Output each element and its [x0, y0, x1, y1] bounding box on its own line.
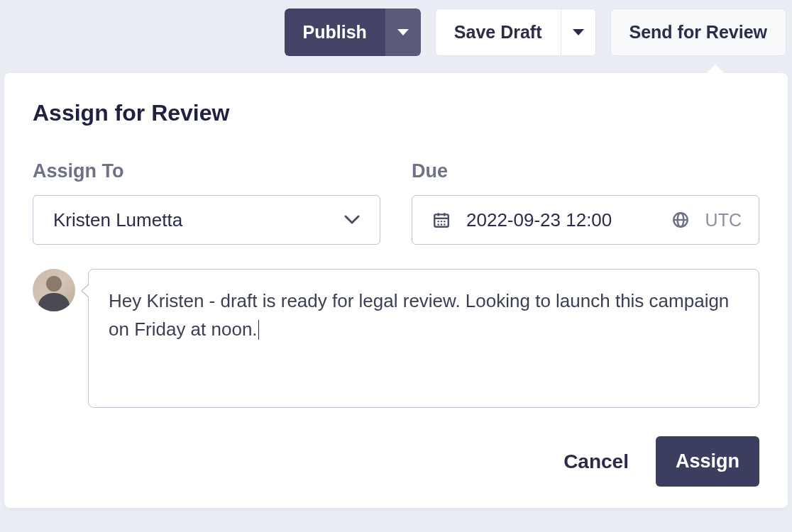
svg-point-8 [441, 223, 442, 225]
assign-button[interactable]: Assign [656, 436, 759, 487]
toolbar: Publish Save Draft Send for Review [0, 0, 792, 56]
avatar [33, 269, 75, 311]
globe-icon [671, 211, 690, 229]
panel-title: Assign for Review [33, 100, 759, 126]
save-draft-dropdown-button[interactable] [561, 9, 596, 56]
save-draft-group: Save Draft [435, 9, 596, 56]
svg-point-5 [441, 221, 442, 222]
chevron-down-icon [344, 215, 360, 225]
assign-to-label: Assign To [33, 160, 380, 182]
due-value: 2022-09-23 12:00 [466, 209, 656, 231]
send-for-review-button[interactable]: Send for Review [610, 9, 787, 56]
svg-point-4 [437, 221, 439, 222]
svg-point-6 [444, 221, 445, 222]
assign-review-panel: Assign for Review Assign To Kristen Lume… [4, 73, 788, 508]
calendar-icon [432, 211, 451, 229]
assign-to-group: Assign To Kristen Lumetta [33, 160, 380, 245]
due-input[interactable]: 2022-09-23 12:00 UTC [412, 195, 759, 245]
assign-to-value: Kristen Lumetta [53, 209, 344, 231]
svg-point-7 [437, 223, 439, 225]
due-group: Due 2022-09-23 12:00 [412, 160, 759, 245]
caret-down-icon [397, 29, 409, 35]
panel-footer: Cancel Assign [33, 436, 759, 487]
timezone-label: UTC [705, 210, 742, 231]
publish-button[interactable]: Publish [285, 9, 385, 56]
comment-text: Hey Kristen - draft is ready for legal r… [109, 290, 729, 340]
text-cursor [258, 320, 260, 340]
publish-dropdown-button[interactable] [385, 9, 421, 56]
form-row: Assign To Kristen Lumetta Due [33, 160, 759, 245]
due-label: Due [412, 160, 759, 182]
caret-down-icon [573, 29, 584, 35]
comment-row: Hey Kristen - draft is ready for legal r… [33, 269, 759, 408]
assign-to-select[interactable]: Kristen Lumetta [33, 195, 380, 245]
comment-input[interactable]: Hey Kristen - draft is ready for legal r… [88, 269, 759, 408]
publish-group: Publish [285, 9, 421, 56]
save-draft-button[interactable]: Save Draft [435, 9, 561, 56]
svg-point-9 [444, 223, 445, 225]
cancel-button[interactable]: Cancel [563, 450, 629, 473]
